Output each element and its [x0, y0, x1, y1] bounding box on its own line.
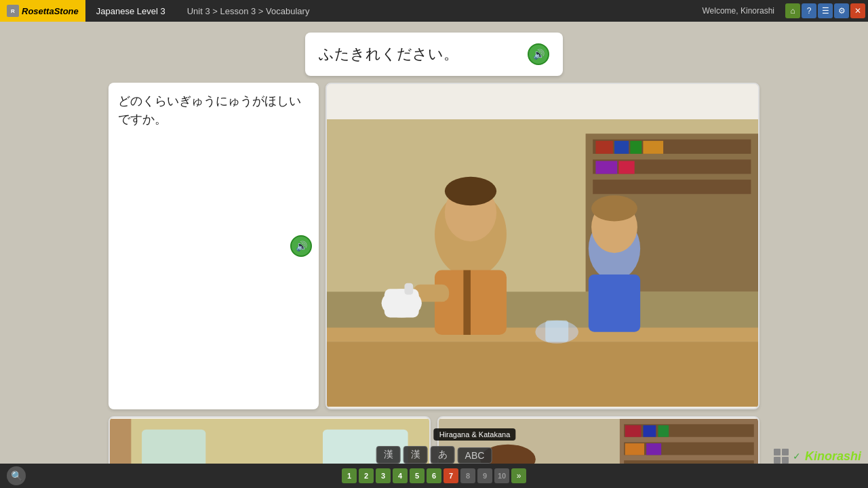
page-10-button[interactable]: 10 [494, 468, 509, 483]
close-button[interactable]: ✕ [850, 3, 865, 18]
svg-rect-11 [618, 161, 634, 174]
svg-point-26 [591, 195, 637, 221]
menu-button[interactable]: ☰ [818, 3, 833, 18]
svg-rect-8 [630, 141, 642, 154]
question-card: どのくらいぎゅうにゅうがほしいですか。 🔊 [108, 83, 319, 409]
svg-rect-55 [625, 425, 642, 436]
svg-rect-24 [589, 274, 640, 332]
svg-rect-28 [545, 321, 568, 342]
page-3-button[interactable]: 3 [376, 468, 391, 483]
svg-rect-13 [327, 342, 758, 407]
course-title: Japanese Level 3 [85, 6, 176, 16]
content-wrapper: ふたきれください。 🔊 どのくらいぎゅうにゅうがほしいですか。 🔊 [108, 33, 760, 488]
question-text: どのくらいぎゅうにゅうがほしいですか。 [118, 92, 309, 400]
phrase-speaker-button[interactable]: 🔊 [528, 43, 549, 65]
abc-button[interactable]: ABC [458, 447, 492, 464]
kinorashi-watermark: Kinorashi [805, 449, 861, 464]
rosetta-stone-logo: R [7, 5, 19, 17]
top-icons: ⌂ ? ☰ ⚙ ✕ [785, 3, 868, 18]
main-content: ふたきれください。 🔊 どのくらいぎゅうにゅうがほしいですか。 🔊 [0, 22, 868, 464]
speaker-icon: 🔊 [296, 241, 307, 251]
hiragana-button[interactable]: あ [431, 446, 455, 464]
page-numbers: 1 2 3 4 5 6 7 8 9 10 » [342, 468, 526, 483]
settings-button[interactable]: ⚙ [834, 3, 849, 18]
speaker-icon: 🔊 [533, 49, 545, 60]
grid-icon [774, 449, 789, 464]
help-button[interactable]: ? [802, 3, 816, 18]
page-1-button[interactable]: 1 [342, 468, 357, 483]
page-8-button[interactable]: 8 [460, 468, 475, 483]
svg-rect-22 [404, 283, 413, 295]
page-2-button[interactable]: 2 [359, 468, 374, 483]
svg-rect-56 [643, 425, 656, 436]
svg-rect-59 [646, 443, 661, 455]
app-name: RosettaStone [22, 6, 79, 16]
home-button[interactable]: ⌂ [785, 3, 800, 18]
page-5-button[interactable]: 5 [410, 468, 425, 483]
svg-rect-16 [463, 270, 471, 335]
svg-rect-58 [625, 443, 644, 455]
answer-image-top-right [327, 118, 758, 408]
check-icon: ✓ [793, 451, 801, 462]
breadcrumb: Unit 3 > Lesson 3 > Vocabulary [176, 6, 692, 16]
page-9-button[interactable]: 9 [477, 468, 492, 483]
page-7-button[interactable]: 7 [443, 468, 458, 483]
next-page-button[interactable]: » [511, 468, 526, 483]
svg-rect-9 [643, 141, 663, 154]
top-grid-row: どのくらいぎゅうにゅうがほしいですか。 🔊 [108, 83, 760, 409]
search-icon: 🔍 [11, 470, 22, 481]
watermark: ✓ Kinorashi [774, 449, 861, 464]
grid-cell [782, 457, 789, 464]
kanji1-button[interactable]: 漢 [376, 446, 401, 464]
svg-rect-10 [595, 161, 617, 174]
welcome-text: Welcome, Kinorashi [692, 6, 786, 16]
grid-cell [774, 449, 781, 455]
grid-cell [782, 449, 789, 455]
kanji2-button[interactable]: 漢 [403, 446, 428, 464]
svg-rect-6 [595, 141, 612, 154]
answer-card-top-right[interactable] [326, 83, 760, 409]
svg-rect-5 [593, 180, 751, 194]
page-6-button[interactable]: 6 [427, 468, 441, 483]
phrase-box: ふたきれください。 🔊 [305, 33, 563, 76]
script-selector: 漢 漢 あ ABC Hiragana & Katakana [376, 446, 492, 464]
svg-rect-21 [384, 289, 419, 317]
logo-area: R RosettaStone [0, 0, 85, 22]
question-speaker-button[interactable]: 🔊 [290, 235, 312, 257]
svg-rect-7 [614, 141, 629, 154]
phrase-text: ふたきれください。 [319, 44, 458, 64]
grid-cell [774, 457, 781, 464]
answer-top-area [327, 84, 758, 118]
bottom-bar: 🔍 1 2 3 4 5 6 7 8 9 10 » ✓ Kinorashi [0, 464, 868, 488]
top-bar: R RosettaStone Japanese Level 3 Unit 3 >… [0, 0, 868, 22]
svg-rect-57 [658, 425, 669, 436]
page-4-button[interactable]: 4 [393, 468, 408, 483]
svg-point-18 [445, 177, 496, 205]
search-button[interactable]: 🔍 [7, 466, 26, 485]
